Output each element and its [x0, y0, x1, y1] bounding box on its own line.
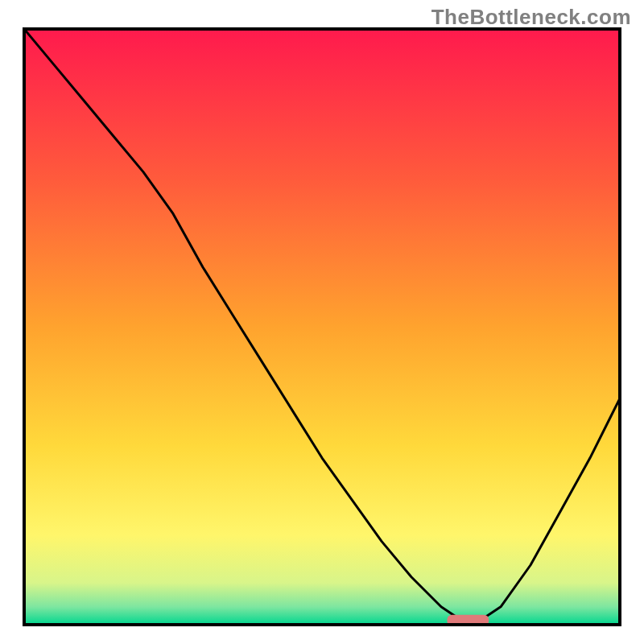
chart-svg — [0, 0, 644, 644]
watermark-text: TheBottleneck.com — [431, 5, 631, 30]
bottleneck-chart: TheBottleneck.com — [0, 0, 644, 644]
gradient-background — [24, 29, 620, 625]
